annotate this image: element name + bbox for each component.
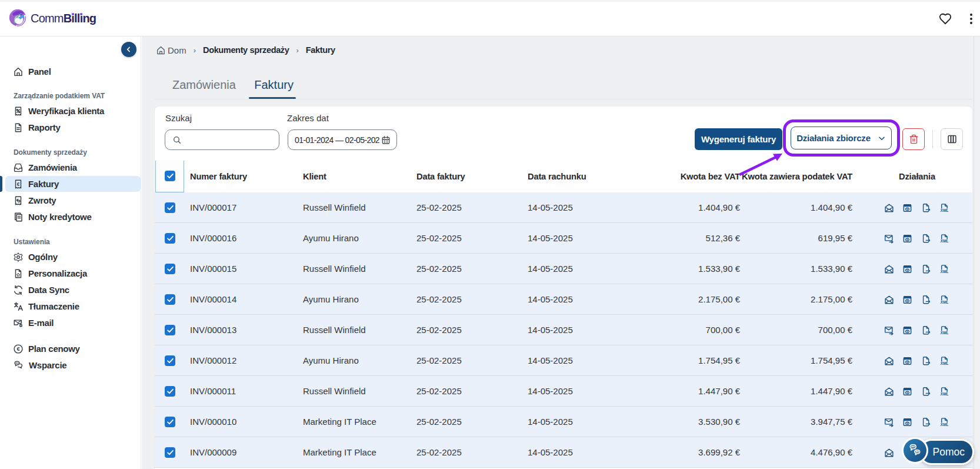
svg-text:XML: XML — [940, 331, 949, 335]
svg-text:XML: XML — [940, 239, 949, 243]
svg-text:XML: XML — [940, 423, 949, 427]
svg-text:XML: XML — [940, 208, 949, 212]
svg-text:XML: XML — [940, 392, 949, 396]
svg-text:XML: XML — [940, 270, 949, 274]
svg-text:XML: XML — [940, 300, 949, 304]
svg-text:XML: XML — [940, 361, 949, 365]
svg-text:€: € — [17, 181, 20, 187]
svg-text:€: € — [16, 345, 20, 352]
